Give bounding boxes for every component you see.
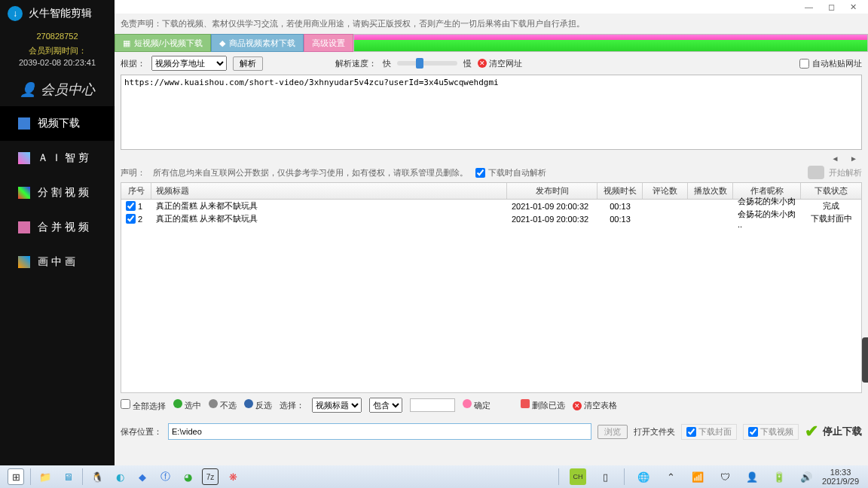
speed-slow: 慢 <box>463 58 472 69</box>
tray-icon[interactable]: 🌐 <box>635 468 652 485</box>
row-checkbox[interactable] <box>126 214 136 224</box>
date: 2021/9/29 <box>822 477 859 486</box>
speed-fast: 快 <box>383 58 391 69</box>
ai-icon <box>18 152 30 164</box>
taskbar-app-icon[interactable]: 🐧 <box>89 468 105 485</box>
th-index[interactable]: 序号 <box>121 183 151 199</box>
table-row[interactable]: 2 真正的蛋糕 从来都不缺玩具 2021-01-09 20:00:32 00:1… <box>121 212 861 225</box>
maximize-button[interactable]: ◻ <box>828 2 835 12</box>
nav-ai-cut[interactable]: Ａ Ｉ 智 剪 <box>0 141 115 175</box>
clear-url-button[interactable]: ✕ 清空网址 <box>478 58 522 69</box>
filter-field-select[interactable]: 视频标题 <box>312 398 362 413</box>
nav-video-download[interactable]: 视频下载 <box>0 106 115 141</box>
taskbar-app-icon[interactable]: ❋ <box>225 468 241 485</box>
select-all-checkbox[interactable]: 全部选择 <box>121 399 166 412</box>
taskbar-app-icon[interactable]: 7z <box>202 468 219 485</box>
taskbar-app-icon[interactable]: ◆ <box>134 468 151 485</box>
stop-download-button[interactable]: ✔ 停止下载 <box>805 422 862 441</box>
nav-pip[interactable]: 画 中 画 <box>0 245 115 279</box>
battery-icon[interactable]: 🔋 <box>771 468 787 485</box>
taskbar-app-icon[interactable]: ◕ <box>179 468 196 485</box>
tray-icon[interactable]: 🛡 <box>717 468 733 485</box>
invert-button[interactable]: 反选 <box>244 399 272 411</box>
nav-label: 视频下载 <box>38 117 80 130</box>
taskbar: ⊞ 📁 🖥 🐧 ◐ ◆ ⓕ ◕ 7z ❋ CH ▯ 🌐 ⌃ 📶 🛡 👤 🔋 🔊 … <box>0 465 868 488</box>
disclaimer: 免责声明：下载的视频、素材仅供学习交流，若使用商业用途，请购买正版授权，否则产生… <box>115 14 868 34</box>
auto-paste-label: 自动粘贴网址 <box>812 58 862 69</box>
taskbar-app-icon[interactable]: 🖥 <box>60 468 76 485</box>
basis-select[interactable]: 视频分享地址 <box>151 56 227 71</box>
save-label: 保存位置： <box>121 426 162 438</box>
download-video-checkbox[interactable]: 下载视频 <box>743 424 799 440</box>
confirm-button[interactable]: 确定 <box>463 399 491 411</box>
start-parse-button[interactable]: 开始解析 <box>808 166 862 179</box>
auto-paste-checkbox[interactable]: 自动粘贴网址 <box>799 58 862 69</box>
auto-parse-input[interactable] <box>475 168 485 178</box>
th-title[interactable]: 视频标题 <box>151 183 507 199</box>
checkmark-icon: ✔ <box>805 422 818 441</box>
th-publish[interactable]: 发布时间 <box>507 183 598 199</box>
nav-label: 合 并 视 频 <box>38 221 89 234</box>
app-logo: ↓ 火牛智能剪辑 <box>0 0 115 27</box>
browse-button[interactable]: 浏览 <box>598 425 628 439</box>
th-duration[interactable]: 视频时长 <box>598 183 643 199</box>
tab-short-video[interactable]: ▦ 短视频/小视频下载 <box>115 34 211 52</box>
cell-status: 下载封面中 <box>801 213 861 224</box>
clear-table-button[interactable]: ✕ 清空表格 <box>573 400 617 411</box>
speed-slider[interactable] <box>397 61 457 66</box>
download-cover-checkbox[interactable]: 下载封面 <box>681 424 737 440</box>
tray-icon[interactable]: CH <box>570 468 586 485</box>
cell-index: 1 <box>138 202 142 211</box>
basis-label: 根据： <box>121 58 145 69</box>
progress-strip <box>353 34 868 52</box>
member-id: 270828752 <box>0 27 115 45</box>
deselect-button[interactable]: 不选 <box>209 399 237 411</box>
clock[interactable]: 18:33 2021/9/29 <box>822 468 863 486</box>
note-row: 声明： 所有信息均来自互联网公开数据，仅供参考学习使用，如有侵权，请联系管理员删… <box>115 163 868 182</box>
taskbar-app-icon[interactable]: 📁 <box>37 468 53 485</box>
nav-label: 画 中 画 <box>38 255 75 269</box>
start-parse-label: 开始解析 <box>829 167 862 178</box>
th-comments[interactable]: 评论数 <box>643 183 688 199</box>
check-icon <box>173 399 182 408</box>
select-button[interactable]: 选中 <box>173 399 201 411</box>
video-table: 序号 视频标题 发布时间 视频时长 评论数 播放次数 作者昵称 下载状态 1 真… <box>121 182 862 393</box>
cell-title: 真正的蛋糕 从来都不缺玩具 <box>151 200 507 212</box>
tray-icon[interactable]: 👤 <box>744 468 760 485</box>
close-button[interactable]: ✕ <box>850 2 857 12</box>
split-icon <box>18 187 30 199</box>
th-plays[interactable]: 播放次数 <box>688 183 733 199</box>
member-center-link[interactable]: 👤 会员中心 <box>0 73 115 106</box>
chevron-up-icon[interactable]: ⌃ <box>662 468 679 485</box>
taskbar-app-icon[interactable]: ⓕ <box>157 468 173 485</box>
expire-label: 会员到期时间： <box>0 45 115 56</box>
auto-paste-input[interactable] <box>799 59 809 69</box>
volume-icon[interactable]: 🔊 <box>798 468 815 485</box>
start-button[interactable]: ⊞ <box>8 468 24 485</box>
open-folder-button[interactable]: 打开文件夹 <box>634 426 675 438</box>
th-status[interactable]: 下载状态 <box>801 183 861 199</box>
tray-icon[interactable]: ▯ <box>597 468 613 485</box>
row-checkbox[interactable] <box>126 201 136 211</box>
save-path-input[interactable] <box>168 423 591 440</box>
filter-label: 选择： <box>280 400 304 411</box>
filter-op-select[interactable]: 包含 <box>369 398 402 413</box>
filter-value-input[interactable] <box>410 398 455 412</box>
url-input[interactable]: https://www.kuaishou.com/short-video/3xh… <box>121 75 862 150</box>
auto-parse-checkbox[interactable]: 下载时自动解析 <box>475 167 546 178</box>
slider-thumb[interactable] <box>416 58 423 69</box>
delete-selected-button[interactable]: 删除已选 <box>521 399 565 411</box>
taskbar-app-icon[interactable]: ◐ <box>112 468 128 485</box>
cell-title: 真正的蛋糕 从来都不缺玩具 <box>151 213 507 224</box>
dl-video-label: 下载视频 <box>760 426 793 438</box>
tab-label: 高级设置 <box>312 38 345 49</box>
nav-split-video[interactable]: 分 割 视 频 <box>0 175 115 210</box>
tab-advanced[interactable]: 高级设置 <box>304 34 353 52</box>
parse-button[interactable]: 解析 <box>233 56 263 71</box>
wifi-icon[interactable]: 📶 <box>689 468 706 485</box>
table-body: 1 真正的蛋糕 从来都不缺玩具 2021-01-09 20:00:32 00:1… <box>121 200 861 392</box>
tab-product-video[interactable]: ◆ 商品视频素材下载 <box>211 34 304 52</box>
minimize-button[interactable]: — <box>805 2 813 11</box>
nav-merge-video[interactable]: 合 并 视 频 <box>0 210 115 245</box>
side-handle[interactable] <box>862 337 868 383</box>
